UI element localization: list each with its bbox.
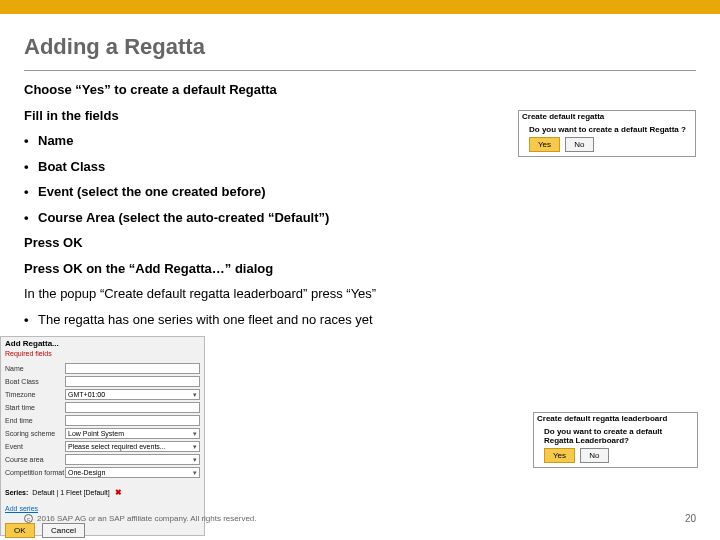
chevron-down-icon: ▾	[193, 442, 197, 451]
dialog-title: Create default regatta leaderboard	[534, 413, 697, 425]
text-line: Press OK on the “Add Regatta…” dialog	[24, 260, 696, 278]
event-select[interactable]: Please select required events...▾	[65, 441, 200, 452]
event-value: Please select required events...	[68, 442, 166, 451]
field-label-event: Event	[5, 443, 65, 450]
no-button[interactable]: No	[580, 448, 608, 463]
add-series-link[interactable]: Add series	[5, 505, 38, 512]
boatclass-input[interactable]	[65, 376, 200, 387]
yes-button[interactable]: Yes	[544, 448, 575, 463]
chevron-down-icon: ▾	[193, 429, 197, 438]
timezone-value: GMT+01:00	[68, 390, 105, 399]
page-title: Adding a Regatta	[0, 14, 720, 64]
series-value: Default | 1 Fleet [Default]	[32, 489, 109, 496]
copyright-text: 2016 SAP AG or an SAP affiliate company.…	[37, 514, 257, 523]
dialog-title: Create default regatta	[519, 111, 695, 123]
ok-button[interactable]: OK	[5, 523, 35, 538]
text-line: Press OK	[24, 234, 696, 252]
no-button[interactable]: No	[565, 137, 593, 152]
field-label-competition: Competition format	[5, 469, 65, 476]
slide: Adding a Regatta Choose “Yes” to create …	[0, 0, 720, 540]
page-number: 20	[685, 513, 696, 524]
cancel-button[interactable]: Cancel	[42, 523, 85, 538]
field-label-endtime: End time	[5, 417, 65, 424]
scoring-value: Low Point System	[68, 429, 124, 438]
name-input[interactable]	[65, 363, 200, 374]
accent-bar	[0, 0, 720, 14]
series-label: Series:	[5, 489, 28, 496]
chevron-down-icon: ▾	[193, 455, 197, 464]
timezone-select[interactable]: GMT+01:00▾	[65, 389, 200, 400]
dialog-create-leaderboard: Create default regatta leaderboard Do yo…	[533, 412, 698, 468]
competition-select[interactable]: One-Design▾	[65, 467, 200, 478]
chevron-down-icon: ▾	[193, 390, 197, 399]
field-label-boatclass: Boat Class	[5, 378, 65, 385]
field-label-timezone: Timezone	[5, 391, 65, 398]
bullet-item: Boat Class	[24, 158, 696, 176]
dialog-create-default-regatta: Create default regatta Do you want to cr…	[518, 110, 696, 157]
chevron-down-icon: ▾	[193, 468, 197, 477]
dialog-subtitle: Required fields	[1, 350, 204, 359]
dialog-question: Do you want to create a default Regatta …	[529, 125, 691, 134]
bullet-item: Event (select the one created before)	[24, 183, 696, 201]
field-label-scoring: Scoring scheme	[5, 430, 65, 437]
field-label-starttime: Start time	[5, 404, 65, 411]
copyright-icon: c	[24, 514, 33, 523]
field-label-coursearea: Course area	[5, 456, 65, 463]
bullet-item: Course Area (select the auto-created “De…	[24, 209, 696, 227]
scoring-select[interactable]: Low Point System▾	[65, 428, 200, 439]
dialog-question: Do you want to create a default Regatta …	[544, 427, 693, 445]
dialog-title: Add Regatta...	[1, 337, 204, 350]
text-line: In the popup “Create default regatta lea…	[24, 285, 696, 303]
text-line: Choose “Yes” to create a default Regatta	[24, 81, 696, 99]
bullet-item: The regatta has one series with one flee…	[24, 311, 696, 329]
field-label-name: Name	[5, 365, 65, 372]
delete-series-icon[interactable]: ✖	[114, 488, 123, 497]
yes-button[interactable]: Yes	[529, 137, 560, 152]
starttime-input[interactable]	[65, 402, 200, 413]
copyright: c 2016 SAP AG or an SAP affiliate compan…	[24, 514, 257, 523]
coursearea-select[interactable]: ▾	[65, 454, 200, 465]
competition-value: One-Design	[68, 468, 105, 477]
dialog-add-regatta: Add Regatta... Required fields Name Boat…	[0, 336, 205, 536]
footer: c 2016 SAP AG or an SAP affiliate compan…	[0, 513, 720, 524]
divider	[24, 70, 696, 71]
endtime-input[interactable]	[65, 415, 200, 426]
